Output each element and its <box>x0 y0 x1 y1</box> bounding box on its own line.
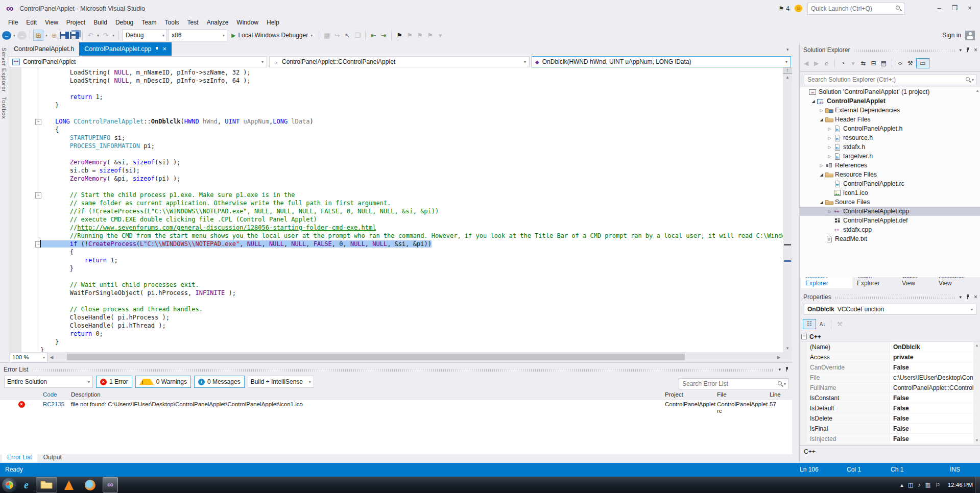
error-code-link[interactable]: RC2135 <box>43 401 71 407</box>
process-icon[interactable]: ▦ <box>322 30 331 40</box>
tree-item-stdafx.cpp[interactable]: ++stdafx.cpp <box>800 225 980 234</box>
show-desktop-button[interactable] <box>975 477 980 493</box>
expander-open-icon[interactable]: ◢ <box>810 99 817 104</box>
bookmark-icon[interactable]: ⚑ <box>395 30 404 40</box>
menu-item-test[interactable]: Test <box>183 18 203 27</box>
menu-item-debug[interactable]: Debug <box>111 18 137 27</box>
editor-vertical-scrollbar[interactable]: ↕ ▲ ▼ <box>783 67 792 352</box>
preview-icon[interactable]: ▭ <box>916 58 929 68</box>
property-value[interactable]: c:\Users\IEUser\Desktop\Contr <box>890 374 980 381</box>
window-position-icon[interactable]: ▾ <box>778 367 781 372</box>
user-avatar-icon[interactable] <box>965 31 975 40</box>
pending-icon[interactable]: ◔ <box>839 59 847 68</box>
nav-forward-icon[interactable]: → <box>17 31 27 40</box>
error-search-box[interactable]: ▾ <box>679 378 788 389</box>
column-header-project[interactable]: Project <box>665 391 717 398</box>
tree-item-references[interactable]: ▷References <box>800 161 980 170</box>
close-panel-icon[interactable]: × <box>974 46 977 54</box>
tree-item-controlpanelapplet.cpp[interactable]: ▷++ControlPanelApplet.cpp <box>800 207 980 216</box>
close-panel-icon[interactable]: × <box>974 293 977 301</box>
document-tab[interactable]: ControlPanelApplet.h <box>9 42 79 56</box>
tree-item-controlpanelapplet.h[interactable]: ▷hControlPanelApplet.h <box>800 124 980 133</box>
tree-item-resource.h[interactable]: ▷hresource.h <box>800 133 980 142</box>
bm-prev-icon[interactable]: ⚑ <box>405 30 414 40</box>
solution-search-input[interactable] <box>806 76 965 84</box>
categorized-icon[interactable]: ☷ <box>803 319 816 329</box>
code-icon[interactable]: ‹› <box>896 59 904 68</box>
property-value[interactable]: False <box>890 405 980 412</box>
alphabetical-icon[interactable]: A↓ <box>818 319 827 329</box>
quick-launch-box[interactable] <box>807 3 904 15</box>
property-category-row[interactable]: − C++ <box>800 332 980 342</box>
property-row[interactable]: IsFinalFalse <box>800 424 980 434</box>
tree-item-icon1.ico[interactable]: icon1.ico <box>800 188 980 198</box>
home-icon[interactable]: ⌂ <box>822 59 831 68</box>
editor-horizontal-scrollbar[interactable] <box>56 352 775 362</box>
menu-item-analyze[interactable]: Analyze <box>203 18 233 27</box>
nav-type-dropdown[interactable]: → ControlPanelApplet::CControlPanelApple… <box>269 56 530 67</box>
save-icon[interactable] <box>60 32 69 39</box>
scroll-down-arrow[interactable]: ▼ <box>783 345 792 352</box>
property-value[interactable]: ControlPanelApplet::CControlPa <box>890 384 980 391</box>
column-header-file[interactable]: File <box>717 391 770 398</box>
nav-back-icon[interactable]: ← <box>2 31 11 40</box>
property-row[interactable]: CanOverrideFalse <box>800 362 980 373</box>
side-tab-server-explorer[interactable]: Server Explorer <box>0 42 8 92</box>
expander-open-icon[interactable]: ◢ <box>818 200 825 205</box>
pin-icon[interactable] <box>966 47 970 53</box>
chev-icon[interactable]: ▾ <box>44 30 49 40</box>
tree-item-controlpanelapplet.def[interactable]: ControlPanelApplet.def <box>800 216 980 225</box>
tray-grid-icon[interactable]: ▥ <box>925 482 930 488</box>
properties-object-dropdown[interactable]: OnDblclk VCCodeFunction ▾ <box>804 304 976 315</box>
messages-filter-button[interactable]: i 0 Messages <box>194 376 245 388</box>
error-search-input[interactable] <box>681 380 777 388</box>
expander-closed-icon[interactable]: ▷ <box>818 163 825 168</box>
expander-closed-icon[interactable]: ▷ <box>818 108 825 113</box>
start-button[interactable] <box>2 478 17 492</box>
tree-item-resource-files[interactable]: ◢Resource Files <box>800 170 980 179</box>
taskbar-clock[interactable]: 12:46 PM <box>948 477 973 493</box>
showall-icon[interactable]: ▤ <box>879 59 888 68</box>
restore-button[interactable]: ❐ <box>947 3 962 14</box>
editor-zoom-dropdown[interactable]: 100 %▾ <box>10 353 47 362</box>
feedback-smiley-icon[interactable]: ☺ <box>795 5 802 12</box>
pin-icon[interactable] <box>785 366 789 372</box>
menu-item-project[interactable]: Project <box>62 18 89 27</box>
tree-item-external-dependencies[interactable]: ▷External Dependencies <box>800 106 980 115</box>
cursor-icon[interactable]: ↖ <box>343 30 352 40</box>
tree-item-source-files[interactable]: ◢Source Files <box>800 198 980 207</box>
tree-item-header-files[interactable]: ◢Header Files <box>800 115 980 124</box>
tray-flag-icon[interactable]: ⚐ <box>935 482 940 488</box>
menu-item-team[interactable]: Team <box>137 18 160 27</box>
taskbar-app-firefox[interactable] <box>81 478 100 492</box>
tree-scroll-up-icon[interactable]: ▲ <box>975 88 979 93</box>
expander-closed-icon[interactable]: ▷ <box>826 136 833 140</box>
expander-closed-icon[interactable]: ▷ <box>826 209 833 214</box>
menu-item-build[interactable]: Build <box>89 18 111 27</box>
scroll-left-arrow[interactable]: ◀ <box>47 355 56 360</box>
expander-closed-icon[interactable]: ▷ <box>826 154 833 159</box>
menu-item-tools[interactable]: Tools <box>161 18 183 27</box>
chev-icon[interactable]: ▾ <box>12 30 16 40</box>
warnings-filter-button[interactable]: 0 Warnings <box>135 376 191 388</box>
property-value[interactable]: False <box>890 364 980 371</box>
property-row[interactable]: Accessprivate <box>800 352 980 362</box>
scroll-down-arrow[interactable]: ▼ <box>973 437 980 444</box>
outdent-icon[interactable]: ⇤ <box>369 30 378 40</box>
property-pages-icon[interactable]: ⚒ <box>835 319 844 329</box>
tree-item-targetver.h[interactable]: ▷htargetver.h <box>800 152 980 161</box>
breakpoint-margin[interactable] <box>9 67 21 352</box>
undo-icon[interactable]: ↶ <box>86 30 95 40</box>
side-tab-toolbox[interactable]: Toolbox <box>0 92 8 119</box>
wrench-icon[interactable]: ⚒ <box>906 59 915 68</box>
notifications-flag[interactable]: ⚑ 4 <box>779 5 790 12</box>
tray-hidden-icons-icon[interactable]: ▴ <box>900 482 903 488</box>
expander-open-icon[interactable]: ◢ <box>818 172 825 177</box>
document-tab[interactable]: ControlPanelApplet.cpp× <box>79 42 172 56</box>
property-row[interactable]: FullNameControlPanelApplet::CControlPa <box>800 383 980 393</box>
property-value[interactable]: False <box>890 435 980 442</box>
bm-clear-icon[interactable]: ⚑ <box>425 30 435 40</box>
close-button[interactable]: × <box>963 3 977 14</box>
properties-scrollbar[interactable]: ▲ ▼ <box>973 342 980 444</box>
solution-search-box[interactable]: ▾ <box>804 74 976 85</box>
